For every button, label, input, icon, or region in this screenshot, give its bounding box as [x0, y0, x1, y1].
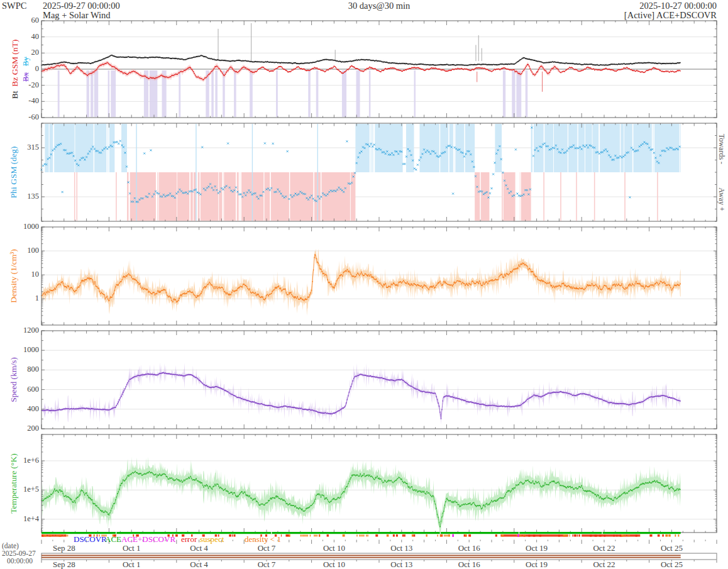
x-tick-label-bottom: Oct 16 [446, 560, 492, 569]
y-tick-label: 60 [4, 16, 39, 25]
panel-phi [41, 123, 717, 221]
x-tick-label-bottom: Sep 28 [41, 560, 87, 569]
x-tick-label-bottom: Oct 4 [177, 560, 222, 569]
y-tick-label: 20 [4, 48, 39, 57]
x-tick-label: Oct 16 [446, 543, 492, 553]
y-tick-label: 0 [4, 64, 39, 74]
x-tick-label: Oct 22 [582, 543, 627, 553]
x-tick-label-bottom: Oct 22 [582, 560, 627, 569]
x-tick-label: Oct 13 [379, 543, 424, 553]
x-tick-label: Oct 10 [311, 543, 356, 553]
x-tick-label: Oct 25 [649, 543, 694, 553]
y-tick-label: 315 [4, 143, 39, 152]
x-tick-label-bottom: Oct 13 [379, 560, 424, 569]
x-tick-label: Oct 4 [177, 543, 222, 553]
y-tick-label: -20 [4, 80, 39, 90]
footer-start-time: 00:00:00 [7, 557, 33, 565]
y-tick-label: 1200 [4, 326, 39, 335]
y-tick-label: 10 [4, 270, 39, 279]
y-tick-label: 1000 [4, 222, 39, 231]
x-tick-label: Sep 28 [41, 543, 87, 553]
x-tick-label: Oct 1 [109, 543, 154, 553]
panel-mag [41, 21, 717, 118]
x-tick-label: Oct 19 [514, 543, 560, 553]
y-tick-label: 600 [4, 385, 39, 394]
y-tick-label: -60 [4, 113, 39, 122]
footer-start-date: 2025-09-27 [2, 550, 36, 557]
swpc-solar-wind-plot: SWPC 2025-09-27 00:00:00 30 days@30 min … [0, 0, 728, 569]
x-tick-label-bottom: Oct 10 [311, 560, 356, 569]
y-tick-label: 1000 [4, 345, 39, 355]
y-tick-label: -40 [4, 96, 39, 106]
y-tick-label: 1 [4, 294, 39, 303]
x-tick-label-bottom: Oct 25 [649, 560, 694, 569]
x-tick-label-bottom: Oct 7 [244, 560, 289, 569]
x-tick-label: Oct 7 [244, 543, 289, 553]
x-tick-label-bottom: Oct 1 [109, 560, 154, 569]
y-tick-label: 1e+4 [4, 514, 39, 524]
y-tick-label: 400 [4, 404, 39, 414]
panel-temperature [41, 434, 717, 533]
y-tick-label: 1e+5 [4, 485, 39, 494]
panel-speed [41, 331, 717, 429]
y-tick-label: 135 [4, 192, 39, 201]
y-tick-label: 1e+6 [4, 456, 39, 465]
y-tick-label: 800 [4, 365, 39, 374]
y-tick-label: 100 [4, 246, 39, 255]
y-tick-label: 200 [4, 424, 39, 433]
panel-density [41, 227, 717, 325]
date-axis-caption: (date) [2, 542, 19, 550]
x-tick-label-bottom: Oct 19 [514, 560, 560, 569]
timeline-frame [41, 553, 717, 560]
plot-area [0, 0, 728, 569]
y-tick-label: 40 [4, 32, 39, 41]
